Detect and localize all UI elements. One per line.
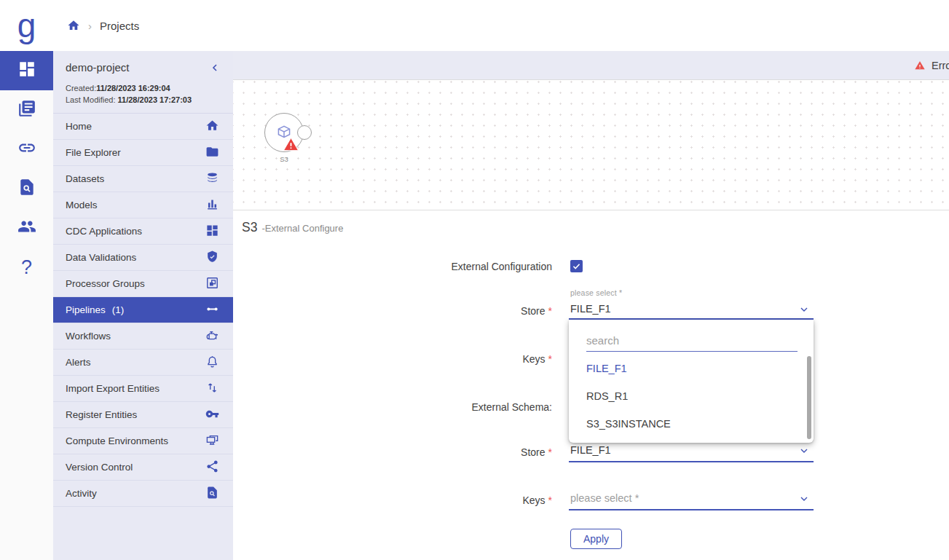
- sidebar-item-datasets[interactable]: Datasets: [53, 166, 233, 192]
- activity-search-icon: [205, 486, 219, 502]
- check-icon: [572, 261, 581, 271]
- brand-logo: g: [0, 0, 53, 51]
- rail-item-library[interactable]: [0, 90, 53, 130]
- external-configuration-label: External Configuration: [233, 261, 552, 272]
- bar-chart-icon: [205, 197, 219, 213]
- help-icon: ?: [21, 256, 32, 279]
- dropdown-search-input[interactable]: [586, 331, 798, 352]
- sidebar-item-cdc-applications[interactable]: CDC Applications: [53, 218, 233, 245]
- keys2-label: Keys*: [233, 494, 552, 506]
- datasets-icon: [205, 171, 219, 187]
- pipelines-count: (1): [112, 304, 125, 315]
- breadcrumb-home-icon[interactable]: [67, 19, 80, 32]
- sidebar-item-pipelines[interactable]: Pipelines(1): [53, 297, 233, 323]
- monitors-icon: [205, 433, 219, 449]
- dropdown-option-s3-s3instance[interactable]: S3_S3INSTANCE: [586, 418, 671, 430]
- apply-button[interactable]: Apply: [570, 529, 622, 549]
- sidebar-header: demo-project: [53, 51, 233, 78]
- home-icon: [205, 119, 219, 135]
- error-status[interactable]: Error: [914, 51, 949, 80]
- key-icon: [205, 407, 219, 423]
- project-meta: Created:11/28/2023 16:29:04 Last Modifie…: [53, 78, 233, 114]
- shield-check-icon: [205, 250, 219, 266]
- panel-title: S3 -External Configure: [242, 220, 343, 235]
- sidebar-item-models[interactable]: Models: [53, 192, 233, 218]
- required-marker: *: [548, 446, 552, 458]
- external-schema-label: External Schema:: [233, 401, 552, 413]
- error-label: Error: [932, 60, 949, 71]
- sidebar-item-label: Pipelines(1): [66, 304, 124, 315]
- pipeline-icon: [205, 302, 219, 318]
- library-icon: [17, 99, 36, 121]
- dropdown-option-rds-r1[interactable]: RDS_R1: [586, 390, 628, 402]
- store2-label: Store*: [233, 446, 552, 458]
- sidebar-item-workflows[interactable]: Workflows: [53, 323, 233, 350]
- sidebar-item-label: Workflows: [66, 331, 111, 342]
- node-error-badge-icon: [283, 136, 299, 153]
- sidebar-item-label: Activity: [66, 488, 97, 499]
- chevron-down-icon[interactable]: [798, 493, 810, 505]
- sidebar-item-label: Models: [66, 200, 98, 210]
- sidebar-item-label: Datasets: [66, 173, 104, 184]
- top-bar: › Projects: [53, 0, 949, 51]
- store-label: Store*: [233, 305, 552, 317]
- sidebar-item-label: Compute Environments: [66, 435, 168, 446]
- pipeline-toolbar: Error: [233, 51, 949, 80]
- project-name: demo-project: [66, 61, 130, 74]
- rail-item-document-search[interactable]: [0, 169, 53, 208]
- sidebar-item-activity[interactable]: Activity: [53, 481, 233, 507]
- sidebar-item-label: Alerts: [66, 357, 91, 368]
- sidebar-item-label: Version Control: [66, 462, 133, 473]
- chevron-down-icon[interactable]: [798, 304, 810, 315]
- modified-label: Last Modified:: [66, 95, 118, 104]
- import-export-icon: [205, 381, 219, 397]
- share-icon: [205, 460, 219, 476]
- sidebar-item-label: Register Entities: [66, 409, 137, 420]
- sidebar-item-register-entities[interactable]: Register Entities: [53, 402, 233, 428]
- dropdown-scrollbar[interactable]: [807, 356, 811, 439]
- keys-label: Keys*: [233, 353, 552, 365]
- s3-node-label: S3: [257, 155, 311, 163]
- sidebar-item-alerts[interactable]: Alerts: [53, 350, 233, 376]
- external-configure-panel: S3 -External Configure External Configur…: [233, 210, 949, 560]
- store-select-value[interactable]: FILE_F1: [570, 303, 611, 315]
- rail-item-dashboard[interactable]: [0, 51, 53, 90]
- document-search-icon: [17, 178, 36, 200]
- sidebar-item-import-export[interactable]: Import Export Entities: [53, 376, 233, 402]
- rail-item-link[interactable]: [0, 130, 53, 169]
- sidebar-item-label: Import Export Entities: [66, 383, 160, 394]
- sidebar-item-home[interactable]: Home: [53, 114, 233, 140]
- rail-item-help[interactable]: ?: [0, 248, 53, 287]
- project-sidebar: demo-project Created:11/28/2023 16:29:04…: [53, 51, 233, 560]
- chevron-down-icon[interactable]: [798, 445, 810, 457]
- breadcrumb-page[interactable]: Projects: [100, 20, 139, 32]
- sidebar-item-data-validations[interactable]: Data Validations: [53, 245, 233, 271]
- dropdown-option-file-f1[interactable]: FILE_F1: [586, 363, 627, 374]
- s3-node[interactable]: S3: [264, 113, 304, 152]
- folder-icon: [205, 145, 219, 161]
- sidebar-collapse-button[interactable]: [209, 62, 221, 74]
- main-panel: Error S3 S3 -External Configure External…: [233, 51, 949, 560]
- keys2-select-underline: [569, 509, 814, 510]
- sidebar-item-label: Home: [66, 121, 92, 132]
- panel-title-sub: -External Configure: [261, 223, 343, 234]
- s3-node-output-port[interactable]: [297, 125, 312, 140]
- store-float-label: please select *: [570, 288, 622, 297]
- icon-rail: g ?: [0, 0, 53, 560]
- pipeline-canvas[interactable]: S3: [233, 81, 949, 209]
- external-configuration-checkbox[interactable]: [570, 260, 583, 272]
- rail-item-people[interactable]: [0, 208, 53, 248]
- link-icon: [17, 138, 36, 160]
- sidebar-item-version-control[interactable]: Version Control: [53, 454, 233, 481]
- sidebar-item-processor-groups[interactable]: Processor Groups: [53, 271, 233, 297]
- sidebar-item-compute-environments[interactable]: Compute Environments: [53, 428, 233, 454]
- bell-icon: [205, 355, 219, 371]
- sidebar-item-file-explorer[interactable]: File Explorer: [53, 140, 233, 166]
- store2-select-underline: [569, 461, 814, 462]
- people-icon: [17, 217, 36, 239]
- keys2-select-placeholder[interactable]: please select *: [570, 492, 639, 504]
- store2-select-value[interactable]: FILE_F1: [570, 444, 611, 456]
- required-marker: *: [548, 305, 552, 317]
- modified-value: 11/28/2023 17:27:03: [118, 95, 192, 104]
- engine-icon: [205, 328, 219, 344]
